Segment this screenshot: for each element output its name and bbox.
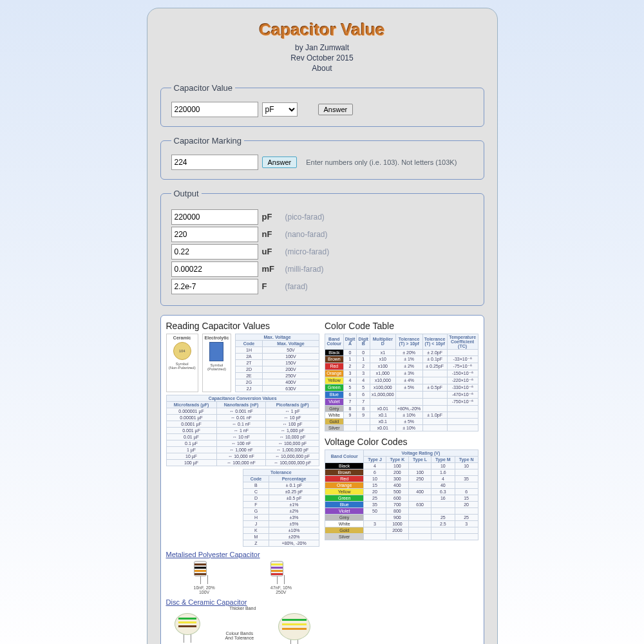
marking-input[interactable]: [171, 155, 258, 170]
value-fieldset: Capacitor Value pFnFuFmFF Answer: [160, 83, 484, 127]
output-unit: uF: [262, 247, 281, 256]
maxv-table: Max. VoltageCodeMax. Voltage1H50V2A100V2…: [235, 334, 319, 392]
reading-diagram: Ceramic 104 Symbol (Non-Polarized) Elect…: [166, 334, 320, 392]
colorcode-heading: Color Code Table: [325, 321, 478, 331]
output-fieldset: Output pF (pico-farad) nF (nano-farad) u…: [160, 189, 484, 306]
marking-hint: Enter numbers only (i.e. 103). Not lette…: [306, 158, 457, 166]
poly-diagram: 10nF, 20% 100V 47nF, 10% 250V: [166, 561, 320, 594]
output-value[interactable]: [171, 227, 258, 242]
output-desc: (micro-farad): [285, 247, 330, 256]
output-desc: (pico-farad): [285, 213, 325, 222]
value-answer-button[interactable]: Answer: [318, 104, 354, 115]
output-desc: (nano-farad): [285, 230, 328, 239]
output-row: F (farad): [171, 279, 473, 294]
rev-line: Rev October 2015: [290, 53, 353, 62]
value-input[interactable]: [171, 102, 258, 117]
output-value[interactable]: [171, 244, 258, 260]
conversion-table: Capacitance Conversion ValuesMicrofarads…: [166, 395, 320, 466]
value-unit-select[interactable]: pFnFuFmFF: [262, 102, 298, 117]
output-unit: pF: [262, 212, 281, 222]
app-card: Capacitor Value by Jan Zumwalt Rev Octob…: [147, 8, 498, 644]
output-value[interactable]: [171, 261, 258, 277]
reference-panel: Reading Capacitor Values Ceramic 104 Sym…: [160, 315, 484, 644]
marking-answer-button[interactable]: Answer: [262, 156, 298, 168]
disc-diagram: Small Disc Capacitor Colour Bands And To…: [166, 613, 320, 644]
marking-fieldset: Capacitor Marking Answer Enter numbers o…: [160, 136, 484, 180]
tolerance-table: ToleranceCodePercentageB± 0.1 pFC±0.25 p…: [243, 469, 319, 547]
output-unit: F: [262, 281, 281, 291]
voltage-heading: Voltage Color Codes: [325, 437, 478, 447]
output-row: mF (milli-farad): [171, 261, 473, 277]
colorcode-table: Band ColourDigit ADigit BMultiplier DTol…: [325, 334, 478, 431]
output-value[interactable]: [171, 209, 258, 225]
output-desc: (milli-farad): [285, 265, 324, 274]
reading-heading: Reading Capacitor Values: [166, 321, 320, 331]
page-title: Capacitor Value: [160, 20, 484, 40]
output-desc: (farad): [285, 282, 308, 291]
output-row: pF (pico-farad): [171, 209, 473, 225]
output-unit: nF: [262, 229, 281, 239]
output-row: uF (micro-farad): [171, 244, 473, 260]
poly-link[interactable]: Metalised Polyester Capacitor: [166, 551, 320, 558]
page-subhead: by Jan Zumwalt Rev October 2015 About: [160, 43, 484, 74]
voltage-table: Band ColourVoltage Rating (V)Type JType …: [325, 450, 478, 540]
output-legend: Output: [171, 189, 202, 198]
value-legend: Capacitor Value: [171, 83, 236, 93]
author-line: by Jan Zumwalt: [295, 43, 349, 52]
about-link[interactable]: About: [312, 64, 332, 73]
disc-link[interactable]: Disc & Ceramic Capacitor: [166, 598, 320, 606]
output-row: nF (nano-farad): [171, 227, 473, 242]
marking-legend: Capacitor Marking: [171, 136, 245, 146]
output-value[interactable]: [171, 279, 258, 294]
output-unit: mF: [262, 264, 281, 274]
